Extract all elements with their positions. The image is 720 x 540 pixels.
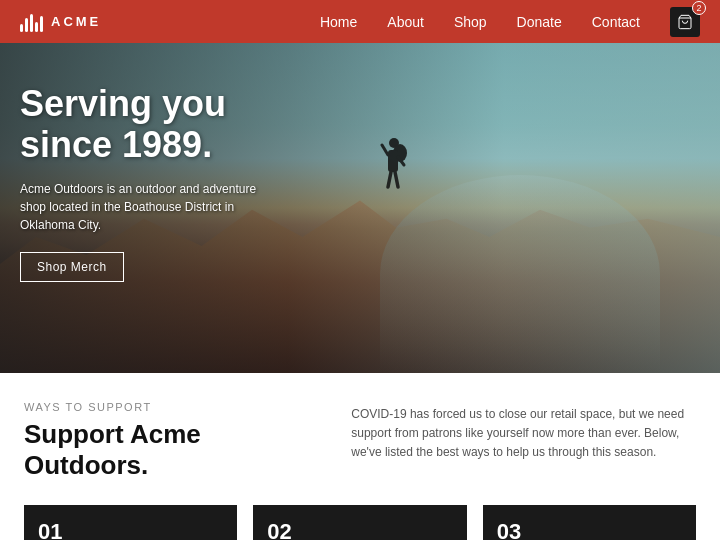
- card-number-1: 01: [38, 519, 62, 540]
- hero-person: [374, 135, 414, 219]
- nav-about[interactable]: About: [387, 14, 424, 30]
- cart-button[interactable]: 2: [670, 7, 700, 37]
- card-number-2: 02: [267, 519, 291, 540]
- card-number-3: 03: [497, 519, 521, 540]
- nav-home[interactable]: Home: [320, 14, 357, 30]
- nav-contact[interactable]: Contact: [592, 14, 640, 30]
- svg-line-4: [382, 145, 388, 155]
- logo-icon: [20, 12, 43, 32]
- nav-logo: ACME: [20, 12, 101, 32]
- support-card-3[interactable]: 03: [483, 505, 696, 540]
- navbar: ACME Home About Shop Donate Contact 2: [0, 0, 720, 43]
- hero-section: Serving you since 1989. Acme Outdoors is…: [0, 43, 720, 373]
- support-card-2[interactable]: 02: [253, 505, 466, 540]
- hero-content: Serving you since 1989. Acme Outdoors is…: [20, 83, 320, 282]
- shop-merch-button[interactable]: Shop Merch: [20, 252, 124, 282]
- nav-shop[interactable]: Shop: [454, 14, 487, 30]
- support-description: COVID-19 has forced us to close our reta…: [351, 401, 696, 463]
- nav-links: Home About Shop Donate Contact 2: [320, 7, 700, 37]
- support-card-1[interactable]: 01: [24, 505, 237, 540]
- logo-text: ACME: [51, 14, 101, 29]
- support-top: WAYS TO SUPPORT Support Acme Outdoors. C…: [24, 401, 696, 481]
- hero-title: Serving you since 1989.: [20, 83, 320, 166]
- support-left: WAYS TO SUPPORT Support Acme Outdoors.: [24, 401, 311, 481]
- svg-line-7: [395, 172, 398, 187]
- cards-row: 01 02 03: [24, 505, 696, 540]
- svg-line-6: [388, 172, 391, 187]
- svg-rect-3: [388, 150, 398, 172]
- cart-badge: 2: [692, 1, 706, 15]
- nav-donate[interactable]: Donate: [517, 14, 562, 30]
- support-section: WAYS TO SUPPORT Support Acme Outdoors. C…: [0, 373, 720, 540]
- cart-icon: [677, 14, 693, 30]
- support-title: Support Acme Outdoors.: [24, 419, 311, 481]
- support-label: WAYS TO SUPPORT: [24, 401, 311, 413]
- hero-description: Acme Outdoors is an outdoor and adventur…: [20, 180, 260, 234]
